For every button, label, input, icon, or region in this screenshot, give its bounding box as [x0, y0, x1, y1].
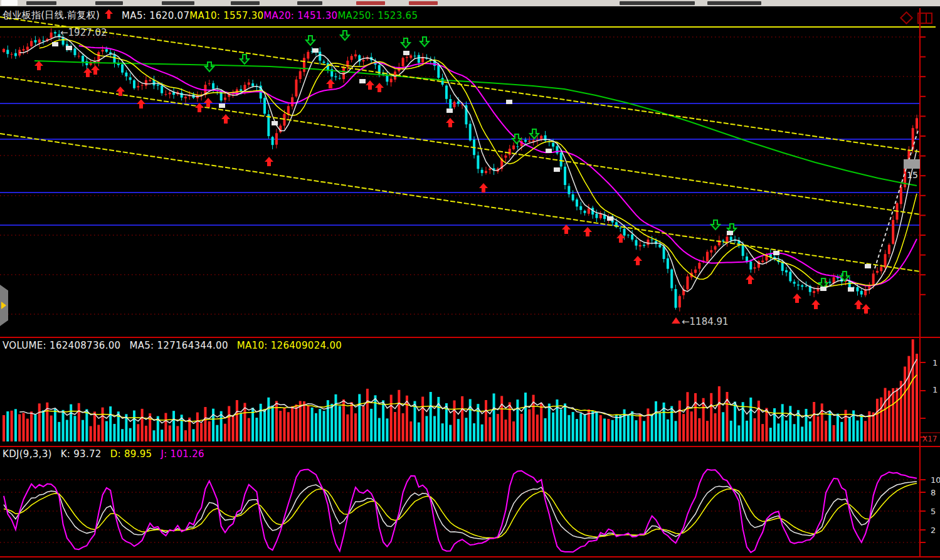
kdj-axis-label-80: 8: [931, 488, 936, 497]
low-price-annotation: ←1184.91: [682, 316, 729, 327]
menu-item[interactable]: [26, 1, 56, 5]
trendline-price-box: [904, 159, 920, 169]
main-chart-header: 创业板指(日线.前复权) MA5: 1620.07MA10: 1557.30MA…: [3, 9, 418, 21]
instrument-title: 创业板指(日线.前复权): [3, 9, 100, 21]
sidebar-expander[interactable]: [0, 285, 8, 326]
ma-values: MA5: 1620.07MA10: 1557.30MA20: 1451.30MA…: [122, 10, 418, 21]
app-window: 创业板指(日线.前复权) MA5: 1620.07MA10: 1557.30MA…: [0, 0, 940, 560]
high-price-annotation: ←1927.02: [60, 27, 107, 38]
menu-item[interactable]: [231, 1, 260, 5]
header-value: VOLUME: 162408736.00: [3, 340, 120, 351]
header-value: J: 101.26: [161, 448, 204, 460]
main-grid-layer: [0, 27, 936, 314]
up-arrow-icon: [105, 9, 113, 21]
low-marker-icon: [672, 317, 680, 324]
kdj-layer: [0, 470, 920, 552]
price-axis-partial-label: 15: [907, 170, 918, 180]
header-value: MA5: 1620.07: [122, 10, 189, 21]
kdj-axis-label-50: 5: [931, 507, 936, 516]
volume-axis-label: 1: [932, 358, 937, 367]
menu-item-highlight[interactable]: [409, 1, 438, 5]
signals-layer: [34, 31, 871, 314]
menu-item[interactable]: [162, 1, 194, 5]
volume-header: VOLUME: 162408736.00MA5: 127164344.00MA1…: [3, 340, 342, 351]
header-value: MA5: 127164344.00: [129, 340, 228, 351]
expander-arrow-icon: [1, 302, 6, 309]
header-value: KDJ(9,3,3): [3, 448, 52, 460]
header-value: MA10: 126409024.00: [237, 340, 342, 351]
header-value: MA20: 1451.30: [263, 10, 337, 21]
menu-bar[interactable]: [0, 0, 940, 8]
kdj-axis-label-20: 2: [931, 526, 936, 535]
menu-item-highlight[interactable]: [356, 1, 385, 5]
ma-lines-layer: [19, 36, 917, 292]
kdj-axis-label-100: 10: [931, 475, 940, 485]
volume-layer: [3, 339, 918, 441]
menu-item[interactable]: [297, 1, 322, 5]
menu-status-text: [707, 1, 761, 5]
menu-logo: [1, 0, 18, 6]
frame-layer: [0, 8, 940, 557]
volume-axis-label: 1: [932, 385, 937, 394]
split-window-icon[interactable]: [917, 13, 932, 24]
header-value: K: 93.72: [61, 448, 102, 460]
volume-scale-multiplier: X17: [922, 435, 937, 443]
menu-status-text: [620, 1, 695, 5]
trendline-layer: [0, 17, 920, 272]
header-value: MA10: 1557.30: [189, 10, 263, 21]
header-value: MA250: 1523.65: [337, 10, 418, 21]
chart-canvas[interactable]: [0, 0, 940, 560]
menu-item[interactable]: [95, 1, 123, 5]
header-value: D: 89.95: [110, 448, 152, 460]
kdj-header: KDJ(9,3,3)K: 93.72D: 89.95J: 101.26: [3, 448, 204, 460]
